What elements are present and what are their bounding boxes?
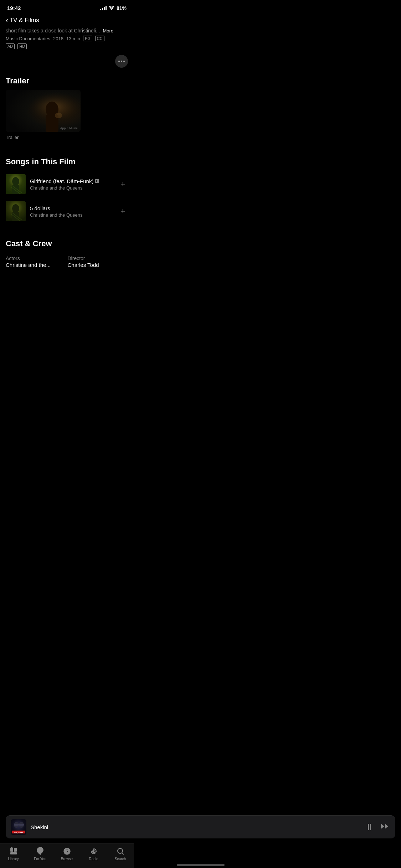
- songs-section: Songs in This Film: [0, 151, 134, 225]
- explicit-badge-1: E: [95, 179, 99, 183]
- svg-rect-2: [6, 90, 81, 132]
- song-info-2: 5 dollars Christine and the Queens: [30, 205, 113, 218]
- song-artwork-1: [6, 174, 26, 194]
- song-artist-1: Christine and the Queens: [30, 185, 113, 191]
- svg-point-7: [12, 177, 19, 186]
- cast-section: Cast & Crew Actors Christine and the... …: [0, 228, 134, 268]
- back-icon: ‹: [6, 16, 8, 24]
- dots-icon: [118, 61, 125, 62]
- badge-row: AD HD: [6, 43, 128, 49]
- pg-badge: PG: [83, 36, 92, 41]
- cc-badge: CC: [95, 36, 104, 41]
- cast-grid: Actors Christine and the... Director Cha…: [6, 255, 128, 268]
- svg-point-0: [111, 9, 112, 10]
- battery: 81%: [117, 5, 127, 11]
- actors-label: Actors: [6, 255, 66, 261]
- description-truncated: short film takes a close look at Christi…: [6, 28, 128, 33]
- status-right: 81%: [100, 5, 127, 11]
- song-item[interactable]: Girlfriend (feat. Dâm-Funk) E Christine …: [0, 171, 134, 198]
- song-artist-2: Christine and the Queens: [30, 212, 113, 218]
- add-song-1-button[interactable]: +: [118, 178, 128, 190]
- top-description: short film takes a close look at Christi…: [0, 28, 134, 52]
- song-artwork-2: [6, 201, 26, 221]
- song-item-2[interactable]: 5 dollars Christine and the Queens +: [0, 198, 134, 225]
- songs-heading: Songs in This Film: [0, 151, 134, 171]
- hd-badge: HD: [17, 43, 27, 49]
- meta-row: Music Documentaries 2018 13 min PG CC: [6, 36, 128, 41]
- svg-point-5: [55, 113, 62, 118]
- ad-badge: AD: [6, 43, 15, 49]
- song-title-1: Girlfriend (feat. Dâm-Funk): [30, 178, 93, 184]
- signal-icon: [100, 6, 107, 10]
- time: 19:42: [7, 5, 21, 11]
- cast-heading: Cast & Crew: [6, 233, 128, 253]
- director-col: Director Charles Todd: [68, 255, 128, 268]
- more-button[interactable]: [115, 55, 128, 68]
- status-bar: 19:42 81%: [0, 0, 134, 13]
- director-name: Charles Todd: [68, 262, 128, 268]
- actors-name: Christine and the...: [6, 262, 66, 268]
- trailer-thumbnail[interactable]: Apple Music: [6, 90, 81, 132]
- add-song-2-button[interactable]: +: [118, 205, 128, 217]
- song-info-1: Girlfriend (feat. Dâm-Funk) E Christine …: [30, 178, 113, 191]
- song-title-2: 5 dollars: [30, 205, 50, 211]
- trailer-label: Trailer: [6, 135, 128, 149]
- apple-music-logo: Apple Music: [60, 126, 78, 130]
- trailer-section: Trailer: [0, 71, 134, 149]
- back-nav[interactable]: ‹ TV & Films: [0, 13, 134, 28]
- wifi-icon: [109, 5, 114, 11]
- actors-col: Actors Christine and the...: [6, 255, 66, 268]
- director-label: Director: [68, 255, 128, 261]
- trailer-heading: Trailer: [6, 71, 128, 90]
- back-label: TV & Films: [10, 17, 39, 24]
- svg-point-12: [12, 204, 19, 213]
